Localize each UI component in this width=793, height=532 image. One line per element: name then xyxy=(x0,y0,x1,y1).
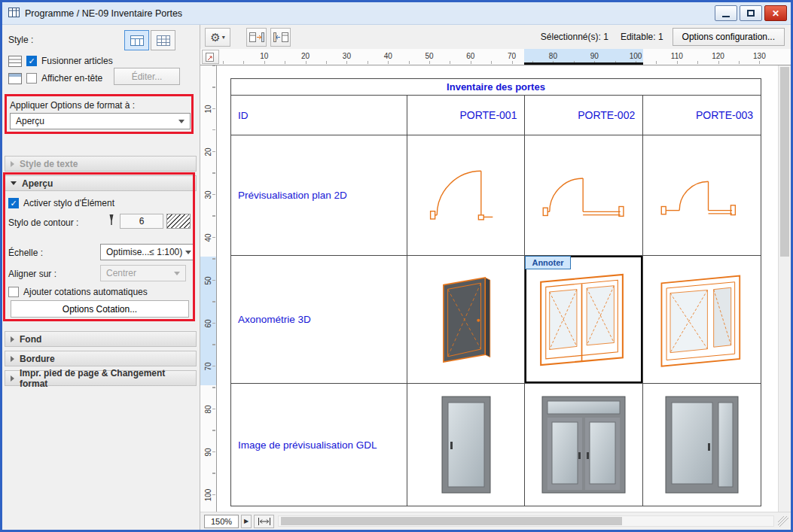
titlebar[interactable]: Programme / NE-09 Inventaire Portes ✕ xyxy=(2,2,791,25)
h-ruler-tick: 120 xyxy=(712,52,724,60)
style-label: Style : xyxy=(8,35,33,45)
chevron-down-icon xyxy=(11,181,17,185)
pen-set-button[interactable] xyxy=(166,214,191,229)
checkbox-checked-icon xyxy=(26,56,37,66)
row-label-plan2d[interactable]: Prévisualisation plan 2D xyxy=(231,135,407,256)
h-ruler-tick: 130 xyxy=(753,52,766,60)
table-row: Axonométrie 3D xyxy=(231,256,761,384)
horizontal-scrollbar[interactable] xyxy=(278,515,774,527)
cell-plan2d-2[interactable] xyxy=(525,135,643,256)
page-arrow-icon xyxy=(205,52,217,62)
table-row: Prévisualisation plan 2D xyxy=(231,135,761,256)
chevron-down-icon xyxy=(178,120,185,123)
show-header-checkbox[interactable]: Afficher en-tête xyxy=(26,73,102,84)
merge-items-checkbox[interactable]: Fusionner articles xyxy=(26,56,113,66)
main-toolbar: ⚙▾ Sélectionné(s): 1 Editable: 1 Options… xyxy=(200,25,791,49)
cell-axo-1[interactable] xyxy=(407,256,526,384)
transfer-format-icon xyxy=(249,32,264,43)
cell-gdl-1[interactable] xyxy=(407,384,526,506)
transfer-format-button[interactable] xyxy=(246,28,267,47)
scheme-settings-button[interactable]: ⚙▾ xyxy=(205,28,230,47)
chevron-right-icon xyxy=(11,161,14,167)
row-label-gdl[interactable]: Image de prévisualisation GDL xyxy=(231,384,407,506)
vertical-scrollbar[interactable] xyxy=(778,65,791,512)
h-ruler-tick: 30 xyxy=(343,52,351,60)
zoom-level[interactable]: 150% xyxy=(204,515,239,528)
section-text-style-label: Style de texte xyxy=(20,159,78,169)
section-border[interactable]: Bordure xyxy=(5,351,197,366)
cell-plan2d-1[interactable] xyxy=(407,135,526,256)
cell-plan2d-3[interactable] xyxy=(643,135,761,256)
vertical-scrollbar-thumb[interactable] xyxy=(780,67,789,257)
section-background[interactable]: Fond xyxy=(5,331,197,347)
section-footer-format-label: Impr. pied de page & Changement format xyxy=(20,368,191,389)
format-sidebar: Style : Fusionner articles Afficher en-t… xyxy=(2,25,200,530)
apply-format-dropdown[interactable]: Aperçu xyxy=(10,113,191,129)
merge-items-label: Fusionner articles xyxy=(41,56,113,66)
v-ruler-tick: 70 xyxy=(204,357,213,375)
cell-id-1[interactable]: PORTE-001 xyxy=(407,96,526,135)
pickup-format-button[interactable] xyxy=(270,28,291,47)
cell-id-2[interactable]: PORTE-002 xyxy=(525,96,643,135)
apply-format-label: Appliquer Options de format à : xyxy=(10,100,135,111)
section-background-label: Fond xyxy=(20,334,41,345)
annotate-badge[interactable]: Annoter xyxy=(525,256,570,269)
ruler-minor-ticks xyxy=(223,61,776,64)
fit-width-button[interactable] xyxy=(254,515,274,528)
scale-dropdown[interactable]: Optimise...≤ 1:100) xyxy=(100,244,194,260)
door-3d-preview xyxy=(531,267,636,372)
cell-axo-3[interactable] xyxy=(643,256,761,384)
scale-value: Optimise...≤ 1:100) xyxy=(106,247,182,257)
cell-id-3[interactable]: PORTE-003 xyxy=(643,96,761,135)
chevron-right-icon xyxy=(11,375,14,382)
maximize-button[interactable] xyxy=(740,5,762,21)
door-gdl-image xyxy=(440,395,493,494)
auto-dimensions-checkbox[interactable]: Ajouter cotations automatiques xyxy=(8,287,148,297)
vertical-ruler[interactable]: 102030405060708090100 xyxy=(200,65,217,512)
maximize-icon xyxy=(747,10,755,17)
auto-dimensions-label: Ajouter cotations automatiques xyxy=(23,287,148,297)
merged-view-icon xyxy=(130,35,144,46)
apply-format-value: Aperçu xyxy=(16,116,44,126)
table-row: Image de prévisualisation GDL xyxy=(231,384,761,506)
grid-view-icon xyxy=(157,35,170,46)
horizontal-ruler[interactable]: 102030405060708090100110120130 xyxy=(200,49,791,65)
table-row: ID PORTE-001 PORTE-002 PORTE-003 xyxy=(231,96,761,135)
h-ruler-tick: 80 xyxy=(549,52,557,60)
horizontal-scrollbar-thumb[interactable] xyxy=(281,517,622,525)
section-apercu[interactable]: Aperçu xyxy=(5,175,197,191)
cell-axo-2-selected[interactable]: Annoter xyxy=(525,256,643,384)
view-mode-merged-button[interactable] xyxy=(124,30,149,50)
resize-grip[interactable] xyxy=(778,516,788,527)
enable-element-pen-label: Activer stylo d'Élément xyxy=(23,198,114,208)
row-label-axo3d[interactable]: Axonométrie 3D xyxy=(231,256,407,384)
v-ruler-tick: 10 xyxy=(204,100,213,118)
edit-header-button[interactable]: Éditer... xyxy=(114,68,180,85)
editable-count: Editable: 1 xyxy=(621,32,663,42)
v-ruler-tick: 40 xyxy=(204,229,213,247)
checkbox-checked-icon xyxy=(8,198,19,208)
options-configuration-button[interactable]: Options configuration... xyxy=(673,28,785,46)
cell-gdl-3[interactable] xyxy=(643,384,761,506)
section-apercu-label: Aperçu xyxy=(22,178,53,189)
v-ruler-tick: 20 xyxy=(204,143,213,161)
cell-gdl-2[interactable] xyxy=(525,384,643,506)
section-footer-format[interactable]: Impr. pied de page & Changement format xyxy=(5,370,197,386)
v-ruler-tick: 50 xyxy=(204,272,213,290)
ruler-corner-button[interactable] xyxy=(202,50,219,64)
align-dropdown[interactable]: Centrer xyxy=(100,265,186,281)
align-label: Aligner sur : xyxy=(8,269,56,279)
row-label-id[interactable]: ID xyxy=(231,96,407,135)
minimize-button[interactable] xyxy=(715,5,737,21)
section-text-style[interactable]: Style de texte xyxy=(5,156,197,172)
fit-width-icon xyxy=(258,517,271,526)
show-header-label: Afficher en-tête xyxy=(41,73,102,84)
view-mode-grid-button[interactable] xyxy=(151,30,175,50)
enable-element-pen-checkbox[interactable]: Activer stylo d'Élément xyxy=(8,198,114,208)
schedule-canvas[interactable]: Inventaire des portes ID PORTE-001 PORTE… xyxy=(217,65,778,512)
contour-pen-label: Stylo de contour : xyxy=(8,217,78,228)
close-button[interactable]: ✕ xyxy=(764,5,787,21)
zoom-menu-button[interactable]: ▶ xyxy=(241,515,252,528)
dimension-options-button[interactable]: Options Cotation... xyxy=(11,300,189,318)
contour-pen-number[interactable]: 6 xyxy=(120,214,163,229)
